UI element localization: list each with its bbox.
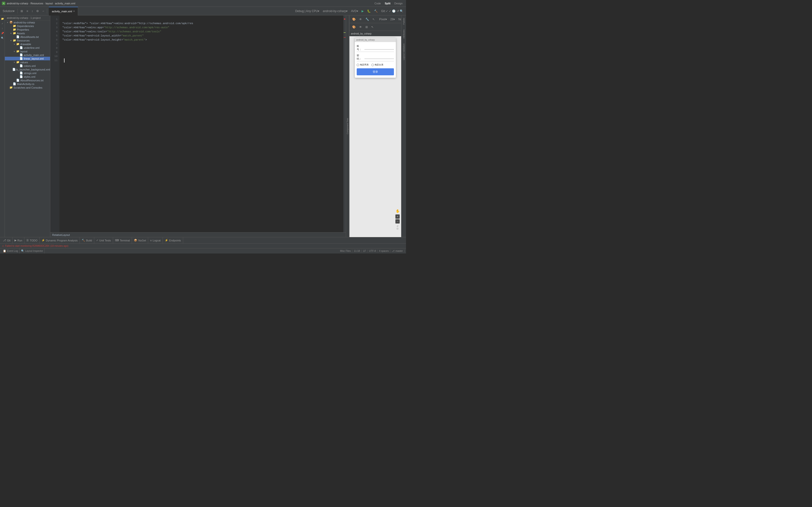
tree-item-values[interactable]: ▾📁values: [5, 60, 50, 64]
zoom-in-btn[interactable]: +: [395, 214, 400, 219]
left-tool-3[interactable]: ↕: [0, 26, 5, 31]
attributes-side-label[interactable]: Attributes: [401, 27, 406, 41]
bottom-btn-logcat[interactable]: ≡Logcat: [148, 237, 163, 243]
toolbar-btn-2[interactable]: ≡: [25, 9, 29, 13]
toolbar-btn-4[interactable]: ⚙: [35, 9, 40, 13]
bottom-btn-unit-tests[interactable]: ✓Unit Tests: [94, 237, 113, 243]
password-input[interactable]: [364, 56, 394, 59]
palette-toggle[interactable]: 🎨: [351, 24, 357, 30]
build-btn[interactable]: 🔨: [373, 9, 379, 13]
toolbar-btn-3[interactable]: ↕: [30, 9, 34, 13]
branch-status[interactable]: ⎇ master: [390, 249, 405, 252]
left-tool-2[interactable]: ✓: [0, 21, 5, 25]
breadcrumb-root: android-by-csharp: [7, 2, 28, 5]
error-dot-1: [344, 18, 345, 20]
zoom-reset-btn[interactable]: ↺: [397, 225, 399, 227]
bottom-btn-git[interactable]: ⎇Git: [1, 237, 12, 243]
code-btn[interactable]: Code: [373, 1, 382, 5]
left-tool-5[interactable]: 🔍: [0, 36, 5, 40]
code-area[interactable]: "color:#e8bf6a"> "color:#9876aa">xmlns:a…: [59, 15, 343, 232]
misc-files-status[interactable]: Misc Files: [339, 249, 352, 252]
tree-item-layout[interactable]: ▾📁layout: [5, 50, 50, 53]
charset-status[interactable]: UTF-8: [367, 249, 377, 252]
android-title: android_by_csharp: [356, 39, 375, 41]
radio-male-label: 俺是男滴: [360, 63, 368, 66]
tree-item-MainActivity-cs[interactable]: 📄MainActivity.cs: [5, 82, 50, 86]
magnet-icon[interactable]: 🔧: [364, 17, 370, 22]
cursor-toggle[interactable]: ↖: [370, 24, 375, 30]
radio-female[interactable]: 俺是女滴: [371, 63, 383, 66]
project-config-btn[interactable]: android-by-csharp ▾: [321, 9, 349, 13]
toolbar-btn-5[interactable]: −: [41, 9, 45, 13]
bottom-btn-run[interactable]: ▶Run: [12, 237, 24, 243]
zoom-out-btn[interactable]: −: [395, 219, 400, 224]
avd-btn[interactable]: AVD ▾: [350, 9, 359, 13]
code-line-2: "color:#e8bf6a"> "color:#9876aa">xmlns:a…: [62, 21, 343, 25]
toolbar-btn-1[interactable]: ⊞: [19, 9, 24, 13]
code-line-3: "color:#9876aa">xmlns:app="http://schema…: [62, 25, 343, 30]
layout-toggle[interactable]: ⊞: [364, 24, 369, 30]
tree-item-AboutAssets-txt[interactable]: 📄AboutAssets.txt: [5, 35, 50, 39]
tree-item-drawable[interactable]: ▾📁drawable: [5, 42, 50, 46]
api-btn[interactable]: 28 ▾: [389, 17, 396, 22]
pixel-btn[interactable]: Pixel ▾: [378, 17, 388, 22]
bottom-btn-build[interactable]: 🔨Build: [80, 237, 94, 243]
bottom-btn-endpoints[interactable]: ⚡Endpoints: [163, 237, 183, 243]
login-button[interactable]: 登录: [357, 68, 394, 75]
tree-item-styles-xml[interactable]: 📄styles.xml: [5, 75, 50, 78]
tree-item-lc_launcher_background-xml[interactable]: 📄lc_launcher_background.xml: [5, 68, 50, 71]
code-line-7: [62, 42, 343, 46]
tree-item-linear_layout-xml[interactable]: 📄linear_layout.xml: [5, 57, 50, 60]
tree-item-underline-xml[interactable]: 📄underline.xml: [5, 46, 50, 50]
line-num-1: 1: [50, 17, 59, 21]
tree-header[interactable]: android-by-csharp · 1 project: [5, 15, 50, 20]
debug-btn[interactable]: 🐛: [366, 9, 372, 13]
left-tool-1[interactable]: 📁: [0, 16, 5, 21]
tree-item-activity_main-xml[interactable]: 📄activity_main.xml: [5, 53, 50, 57]
encoding-status[interactable]: LF: [361, 249, 367, 252]
account-input[interactable]: [364, 46, 394, 50]
radio-male[interactable]: 俺是男滴: [357, 63, 368, 66]
tree-item-AboutResources-txt[interactable]: 📄AboutResources.txt: [5, 78, 50, 82]
bottom-btn-dynamic-program-analysis[interactable]: ⚡Dynamic Program Analysis: [40, 237, 80, 243]
code-line-4: "color:#9876aa">xmlns:tools="http://sche…: [62, 30, 343, 34]
position-status[interactable]: 11:18: [352, 249, 361, 252]
tree-item-Scratches and Consoles[interactable]: 📁Scratches and Consoles: [5, 86, 50, 89]
run-config-btn[interactable]: Debug | Any CPU ▾: [294, 9, 321, 13]
solution-label: Solution: [3, 9, 13, 13]
tree-item-Assets[interactable]: ▾📁Assets: [5, 32, 50, 35]
tree-item-colors-xml[interactable]: 📄colors.xml: [5, 64, 50, 68]
left-tool-strip: 📁 ✓ ↕ 📌 🔍: [0, 15, 5, 237]
bottom-btn-nuget[interactable]: 📦NuGet: [132, 237, 148, 243]
run-btn[interactable]: ▶: [360, 9, 365, 13]
left-tool-4[interactable]: 📌: [0, 31, 5, 35]
tab-activity-main[interactable]: activity_main.xml ✕: [49, 7, 78, 15]
design-btn[interactable]: Design: [393, 1, 404, 5]
eye-icon[interactable]: 👁: [358, 17, 363, 22]
bottom-btn-todo[interactable]: ☰TODO: [24, 237, 40, 243]
tree-item-Resources[interactable]: ▾📁Resources: [5, 39, 50, 42]
zoom-fit-btn[interactable]: ⊡: [397, 227, 399, 230]
cursor-icon[interactable]: ↖: [371, 17, 376, 22]
tree-item-Dependencies[interactable]: 📁Dependencies: [5, 24, 50, 28]
component-tree-panel: Component Tree: [346, 15, 349, 237]
preview-toolbar: 🎨 👁 🔧 ↖ Pixel ▾ 28 ▾ NoActionBar ▾ Defau…: [349, 15, 401, 23]
tab-close-0[interactable]: ✕: [73, 10, 75, 12]
palette-side-label[interactable]: Palette: [401, 15, 406, 27]
tree-item-Properties[interactable]: 📁Properties: [5, 28, 50, 32]
event-log-status[interactable]: 📋 Event Log: [1, 248, 19, 253]
layout-validation-label[interactable]: Layout Validation: [401, 41, 406, 62]
solution-btn[interactable]: Solution ▾: [1, 9, 16, 13]
palette-icon[interactable]: 🎨: [351, 17, 357, 22]
tree-item-android-by-csharp[interactable]: ▾📦android-by-csharp: [5, 20, 50, 24]
bottom-btn-terminal[interactable]: ⌨Terminal: [113, 237, 132, 243]
warning-line-1: [344, 32, 346, 33]
eye-toggle[interactable]: 👁: [358, 24, 363, 30]
indent-status[interactable]: 4 spaces: [377, 249, 390, 252]
tree-item-strings-xml[interactable]: 📄strings.xml: [5, 71, 50, 75]
git-label-btn[interactable]: Git: ✓ ✓ 🕐 ↺ 🔍: [380, 9, 405, 13]
split-btn[interactable]: Split: [383, 1, 392, 5]
preview-title-bar: android_by_csharp: [349, 31, 401, 36]
preview-app-name: android_by_csharp: [351, 32, 371, 35]
layout-inspector-status[interactable]: 🔍 Layout Inspector: [19, 248, 45, 253]
